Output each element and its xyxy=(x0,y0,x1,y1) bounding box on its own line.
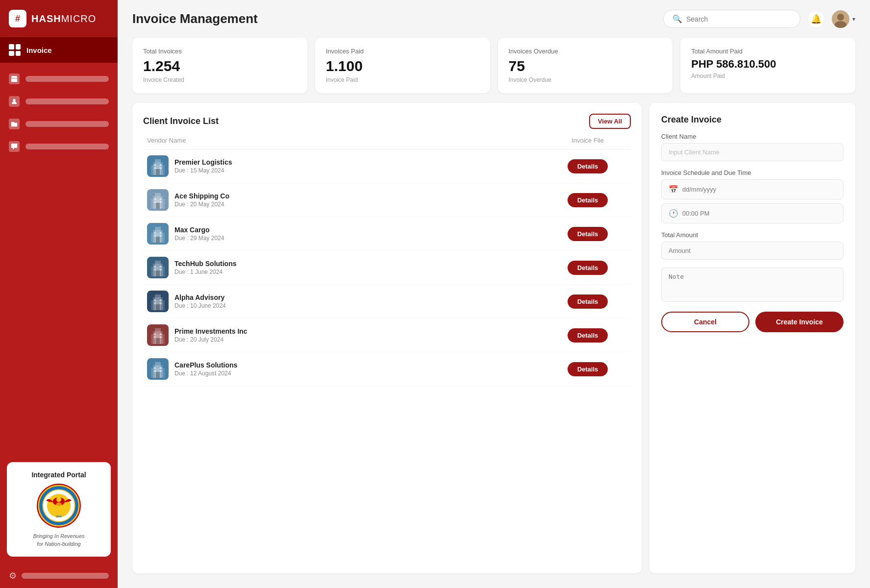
svg-rect-55 xyxy=(154,299,156,301)
details-button[interactable]: Details xyxy=(568,159,608,173)
chevron-down-icon: ▾ xyxy=(852,16,855,23)
sidebar-settings[interactable]: ⚙ xyxy=(0,564,118,588)
details-button[interactable]: Details xyxy=(568,294,608,309)
stat-value: 1.254 xyxy=(143,58,297,74)
svg-rect-28 xyxy=(154,198,156,200)
svg-rect-76 xyxy=(160,370,162,372)
svg-rect-57 xyxy=(154,302,156,304)
details-button[interactable]: Details xyxy=(568,227,608,241)
user-avatar[interactable]: ▾ xyxy=(832,10,855,28)
svg-point-9 xyxy=(55,502,62,509)
stat-label: Total Amount Paid xyxy=(691,48,845,55)
users-icon xyxy=(9,96,20,107)
svg-point-6 xyxy=(49,510,51,512)
sidebar-item-shop[interactable] xyxy=(9,70,109,88)
vendor-logo xyxy=(147,189,169,211)
vendor-name: Prime Investments Inc xyxy=(174,327,248,335)
sidebar-logo[interactable]: # HASHMICRO xyxy=(0,0,118,37)
sidebar-item-chat[interactable] xyxy=(9,137,109,156)
view-all-button[interactable]: View All xyxy=(589,114,631,129)
vendor-due: Due : 20 July 2024 xyxy=(174,336,248,343)
svg-rect-36 xyxy=(156,237,160,243)
vendor-text: Alpha AdvisoryDue : 10 June 2024 xyxy=(174,294,226,309)
invoice-list-title: Client Invoice List xyxy=(143,116,219,126)
vendor-info: Ace Shipping CoDue : 20 May 2024 xyxy=(147,189,548,211)
svg-rect-21 xyxy=(154,167,156,169)
notification-bell[interactable]: 🔔 xyxy=(807,10,825,28)
portal-tagline: Bringing In Revenues for Nation-building xyxy=(16,533,102,548)
vendor-logo xyxy=(147,324,169,346)
vendor-action: Details xyxy=(548,227,627,241)
chat-icon xyxy=(9,141,20,152)
svg-rect-65 xyxy=(160,333,162,335)
stat-value: PHP 586.810.500 xyxy=(691,58,845,71)
stat-card-invoices-paid: Invoices Paid 1.100 Invoice Paid xyxy=(315,38,490,93)
nav-label-bar xyxy=(25,76,109,82)
page-title: Invoice Management xyxy=(132,11,258,26)
stat-sublabel: Invoice Overdue xyxy=(509,76,662,83)
cancel-button[interactable]: Cancel xyxy=(661,312,749,332)
create-invoice-button[interactable]: Create Invoice xyxy=(755,312,844,332)
vendor-due: Due : 12 August 2024 xyxy=(174,370,237,377)
svg-rect-29 xyxy=(160,198,162,200)
invoice-row: Max CargoDue : 29 May 2024Details xyxy=(143,217,631,251)
stat-sublabel: Amount Paid xyxy=(691,73,845,79)
form-actions: Cancel Create Invoice xyxy=(661,312,844,332)
vendor-logo xyxy=(147,257,169,278)
invoice-row: CarePlus SolutionsDue : 12 August 2024De… xyxy=(143,352,631,386)
time-input[interactable] xyxy=(682,210,836,217)
invoice-rows: Premier LogisticsDue : 15 May 2024Detail… xyxy=(143,149,631,386)
total-amount-group: Total Amount xyxy=(661,231,844,260)
note-input[interactable] xyxy=(661,268,844,302)
time-input-wrapper[interactable]: 🕐 xyxy=(661,203,844,223)
svg-rect-54 xyxy=(156,304,160,310)
create-invoice-card: Create Invoice Client Name Invoice Sched… xyxy=(649,103,855,573)
nav-label-bar xyxy=(25,121,109,127)
bottom-section: Client Invoice List View All Vendor Name… xyxy=(118,103,870,588)
invoice-row: Alpha AdvisoryDue : 10 June 2024Details xyxy=(143,285,631,318)
svg-rect-19 xyxy=(154,164,156,166)
details-button[interactable]: Details xyxy=(568,261,608,275)
svg-point-8 xyxy=(66,510,69,512)
search-bar[interactable]: 🔍 xyxy=(663,10,800,28)
svg-rect-31 xyxy=(160,201,162,203)
create-invoice-title: Create Invoice xyxy=(661,115,844,125)
sidebar-item-folder[interactable] xyxy=(9,115,109,133)
vendor-info: Premier LogisticsDue : 15 May 2024 xyxy=(147,155,548,177)
header-right: 🔍 🔔 ▾ xyxy=(663,10,855,28)
search-icon: 🔍 xyxy=(672,14,682,24)
amount-input[interactable] xyxy=(661,242,844,260)
total-amount-label: Total Amount xyxy=(661,231,844,239)
sidebar-item-invoice[interactable]: Invoice xyxy=(0,37,118,63)
client-name-input[interactable] xyxy=(661,143,844,161)
vendor-logo xyxy=(147,358,169,380)
vendor-action: Details xyxy=(548,362,627,376)
vendor-info: Prime Investments IncDue : 20 July 2024 xyxy=(147,324,548,346)
date-input-wrapper[interactable]: 📅 xyxy=(661,179,844,199)
grid-icon xyxy=(9,44,21,56)
vendor-logo xyxy=(147,155,169,177)
details-button[interactable]: Details xyxy=(568,328,608,343)
svg-point-5 xyxy=(56,497,61,502)
svg-rect-47 xyxy=(160,266,162,268)
col-invoice-file: Invoice File xyxy=(548,137,627,144)
table-header: Vendor Name Invoice File xyxy=(143,137,631,149)
details-button[interactable]: Details xyxy=(568,193,608,207)
date-input[interactable] xyxy=(682,186,836,193)
vendor-info: Max CargoDue : 29 May 2024 xyxy=(147,223,548,245)
details-button[interactable]: Details xyxy=(568,362,608,376)
svg-point-0 xyxy=(13,99,15,101)
sidebar-item-users[interactable] xyxy=(9,92,109,111)
portal-title: Integrated Portal xyxy=(16,471,102,479)
shop-icon xyxy=(9,74,20,84)
search-input[interactable] xyxy=(686,15,791,23)
vendor-logo xyxy=(147,223,169,245)
svg-text:2004: 2004 xyxy=(56,515,62,518)
svg-rect-49 xyxy=(160,269,162,270)
vendor-due: Due : 29 May 2024 xyxy=(174,235,224,242)
vendor-text: Ace Shipping CoDue : 20 May 2024 xyxy=(174,192,229,208)
invoice-row: Ace Shipping CoDue : 20 May 2024Details xyxy=(143,183,631,217)
client-name-group: Client Name xyxy=(661,133,844,161)
svg-rect-46 xyxy=(154,266,156,268)
vendor-text: Prime Investments IncDue : 20 July 2024 xyxy=(174,327,248,343)
